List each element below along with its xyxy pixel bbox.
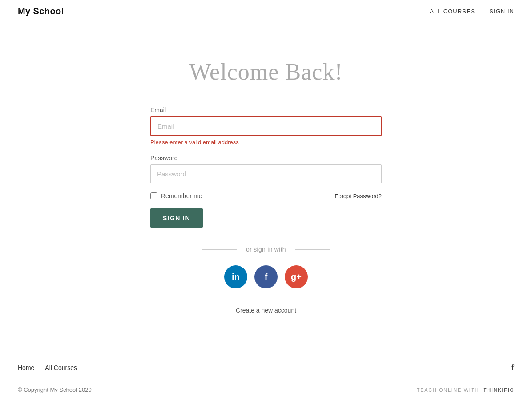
welcome-title: Welcome Back!: [189, 59, 343, 85]
create-account-section: Create a new account: [150, 306, 382, 314]
email-input[interactable]: [150, 116, 382, 136]
google-signin-button[interactable]: g+: [285, 265, 308, 288]
social-divider-text: or sign in with: [246, 246, 286, 253]
social-divider: or sign in with: [150, 246, 382, 253]
remember-me-label[interactable]: Remember me: [161, 192, 202, 199]
remember-me-group: Remember me: [150, 192, 202, 199]
divider-line-left: [202, 249, 237, 250]
all-courses-nav-link[interactable]: ALL COURSES: [430, 8, 475, 15]
footer-bottom: © Copyright My School 2020 TEACH ONLINE …: [18, 382, 514, 393]
site-header: My School ALL COURSES SIGN IN: [0, 0, 532, 23]
create-account-link[interactable]: Create a new account: [236, 307, 296, 314]
email-label: Email: [150, 106, 382, 114]
email-error-message: Please enter a valid email address: [150, 139, 382, 146]
thinkific-name: THINKIFIC: [484, 387, 514, 393]
footer-facebook-icon[interactable]: 𝐟: [511, 362, 514, 373]
thinkific-brand: TEACH ONLINE WITH THINKIFIC: [417, 387, 514, 393]
footer-home-link[interactable]: Home: [18, 364, 34, 371]
main-content: Welcome Back! Email Please enter a valid…: [0, 23, 532, 353]
copyright-text: © Copyright My School 2020: [18, 386, 92, 393]
google-icon: g+: [291, 272, 302, 282]
footer-all-courses-link[interactable]: All Courses: [45, 364, 77, 371]
divider-line-right: [295, 249, 330, 250]
password-input[interactable]: [150, 164, 382, 183]
header-nav: ALL COURSES SIGN IN: [430, 8, 514, 15]
password-form-group: Password: [150, 154, 382, 183]
linkedin-signin-button[interactable]: in: [224, 265, 247, 288]
site-title: My School: [18, 6, 64, 16]
footer-top: Home All Courses 𝐟: [18, 362, 514, 373]
remember-me-checkbox[interactable]: [150, 192, 157, 199]
facebook-icon: f: [265, 272, 268, 282]
form-options-row: Remember me Forgot Password?: [150, 192, 382, 199]
email-form-group: Email Please enter a valid email address: [150, 106, 382, 146]
linkedin-icon: in: [232, 272, 240, 282]
site-footer: Home All Courses 𝐟 © Copyright My School…: [0, 353, 532, 402]
facebook-signin-button[interactable]: f: [254, 265, 278, 288]
login-form-container: Email Please enter a valid email address…: [150, 106, 382, 332]
forgot-password-link[interactable]: Forgot Password?: [335, 193, 382, 199]
sign-in-button[interactable]: SIGN IN: [150, 208, 203, 228]
footer-nav: Home All Courses: [18, 364, 77, 371]
password-label: Password: [150, 154, 382, 162]
social-icons-group: in f g+: [150, 265, 382, 288]
sign-in-nav-link[interactable]: SIGN IN: [489, 8, 514, 15]
thinkific-prefix: TEACH ONLINE WITH: [417, 387, 480, 393]
